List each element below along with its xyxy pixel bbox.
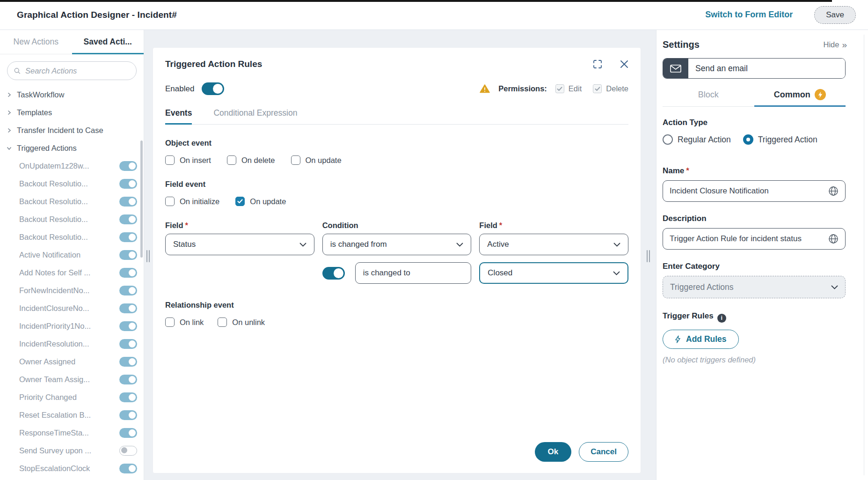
list-item[interactable]: Backout Resolutio... bbox=[7, 210, 137, 228]
ok-button[interactable]: Ok bbox=[535, 442, 572, 462]
tree-group-transfer-incident[interactable]: Transfer Incident to Case bbox=[7, 121, 137, 139]
action-toggle[interactable] bbox=[119, 375, 137, 384]
search-actions-box[interactable] bbox=[7, 61, 137, 80]
list-item[interactable]: Priority Changed bbox=[7, 388, 137, 406]
list-item[interactable]: Owner Team Assig... bbox=[7, 370, 137, 388]
field-event-section: Field event On initialize On update bbox=[165, 180, 628, 206]
list-item[interactable]: Owner Assigned bbox=[7, 353, 137, 370]
block-name-input[interactable] bbox=[688, 59, 845, 78]
chevron-down-icon bbox=[299, 243, 306, 247]
search-input[interactable] bbox=[25, 66, 130, 75]
globe-icon[interactable] bbox=[828, 186, 839, 196]
tab-saved-actions[interactable]: Saved Acti... bbox=[72, 30, 144, 54]
field-from-select[interactable]: Active bbox=[479, 234, 628, 255]
enabled-label: Enabled bbox=[165, 84, 194, 94]
description-label: Description bbox=[663, 214, 846, 223]
save-button[interactable]: Save bbox=[814, 6, 856, 24]
on-initialize-checkbox[interactable] bbox=[165, 197, 175, 206]
on-update-object-checkbox[interactable] bbox=[291, 155, 300, 165]
list-item[interactable]: Backout Resolutio... bbox=[7, 192, 137, 210]
action-toggle[interactable] bbox=[119, 303, 137, 313]
globe-icon[interactable] bbox=[828, 234, 839, 244]
list-item[interactable]: Active Notification bbox=[7, 246, 137, 264]
action-toggle[interactable] bbox=[119, 428, 137, 438]
action-toggle[interactable] bbox=[119, 161, 137, 171]
fullscreen-icon[interactable] bbox=[593, 59, 602, 69]
tab-new-actions[interactable]: New Actions bbox=[0, 30, 72, 54]
edit-permission-checkbox[interactable] bbox=[555, 84, 564, 93]
tab-events[interactable]: Events bbox=[165, 108, 192, 124]
on-update-field-checkbox[interactable] bbox=[235, 197, 245, 206]
action-toggle[interactable] bbox=[119, 286, 137, 295]
actions-tree: TaskWorkflow Templates Transfer Incident… bbox=[0, 85, 144, 477]
close-icon[interactable] bbox=[620, 60, 628, 68]
action-toggle[interactable] bbox=[119, 250, 137, 260]
list-item[interactable]: ForNewIncidentNo... bbox=[7, 281, 137, 299]
action-toggle[interactable] bbox=[119, 232, 137, 242]
name-input[interactable] bbox=[670, 186, 828, 196]
category-select[interactable]: Triggered Actions bbox=[663, 276, 846, 298]
list-item[interactable]: Backout Resolutio... bbox=[7, 228, 137, 246]
tree-group-taskworkflow[interactable]: TaskWorkflow bbox=[7, 86, 137, 103]
hide-settings-link[interactable]: Hide » bbox=[823, 40, 846, 49]
settings-panel: Settings Hide » Block Common Action Type bbox=[656, 30, 868, 480]
list-item[interactable]: IncidentResolution... bbox=[7, 335, 137, 353]
field-label: Field* bbox=[165, 221, 314, 230]
description-input[interactable] bbox=[670, 234, 828, 244]
switch-to-form-editor-link[interactable]: Switch to Form Editor bbox=[705, 10, 793, 20]
action-toggle[interactable] bbox=[119, 268, 137, 278]
action-toggle[interactable] bbox=[119, 392, 137, 402]
list-item[interactable]: OnUpdatem1z28w... bbox=[7, 157, 137, 175]
list-item[interactable]: IncidentPriority1No... bbox=[7, 317, 137, 335]
name-field bbox=[663, 180, 846, 202]
on-insert-checkbox[interactable] bbox=[165, 155, 175, 165]
action-toggle[interactable] bbox=[119, 446, 137, 456]
page-title: Graphical Action Designer - Incident# bbox=[17, 10, 177, 20]
action-toggle[interactable] bbox=[119, 321, 137, 331]
regular-action-radio[interactable] bbox=[663, 134, 673, 145]
actions-sidebar: New Actions Saved Acti... TaskWorkflow T… bbox=[0, 30, 144, 480]
action-toggle[interactable] bbox=[119, 197, 137, 207]
tab-block[interactable]: Block bbox=[663, 89, 754, 106]
list-item[interactable]: IncidentClosureNo... bbox=[7, 299, 137, 317]
resize-handle-left[interactable] bbox=[146, 250, 150, 262]
action-type-label: Action Type bbox=[663, 118, 846, 127]
condition2-box: is changed to bbox=[355, 262, 472, 284]
list-item[interactable]: Add Notes for Self ... bbox=[7, 264, 137, 281]
tree-group-triggered-actions[interactable]: Triggered Actions bbox=[7, 139, 137, 157]
action-toggle[interactable] bbox=[119, 464, 137, 473]
top-edge-bar bbox=[0, 0, 832, 2]
action-toggle[interactable] bbox=[119, 214, 137, 224]
action-toggle[interactable] bbox=[119, 339, 137, 349]
on-link-checkbox[interactable] bbox=[165, 318, 175, 327]
tab-common[interactable]: Common bbox=[754, 89, 846, 106]
resize-handle-right[interactable] bbox=[647, 250, 650, 262]
list-item[interactable]: StopEscalationClock bbox=[7, 459, 137, 477]
on-delete-checkbox[interactable] bbox=[227, 155, 236, 165]
on-unlink-checkbox[interactable] bbox=[218, 318, 227, 327]
chevron-right-icon bbox=[7, 128, 12, 133]
action-toggle[interactable] bbox=[119, 357, 137, 367]
double-chevron-right-icon: » bbox=[842, 40, 846, 49]
list-item[interactable]: Send Survey upon ... bbox=[7, 442, 137, 459]
delete-permission-checkbox[interactable] bbox=[593, 84, 602, 93]
enabled-toggle[interactable] bbox=[202, 82, 224, 95]
action-toggle[interactable] bbox=[119, 179, 137, 189]
action-toggle[interactable] bbox=[119, 410, 137, 420]
tree-group-templates[interactable]: Templates bbox=[7, 103, 137, 121]
tab-conditional-expression[interactable]: Conditional Expression bbox=[213, 108, 297, 124]
chevron-down-icon bbox=[456, 243, 463, 247]
top-bar: Graphical Action Designer - Incident# Sw… bbox=[0, 0, 868, 30]
list-item[interactable]: Reset Escalation B... bbox=[7, 406, 137, 424]
field-select[interactable]: Status bbox=[165, 234, 314, 255]
triggered-action-radio[interactable] bbox=[743, 134, 753, 145]
condition-select[interactable]: is changed from bbox=[322, 234, 472, 255]
changed-to-toggle[interactable] bbox=[322, 267, 345, 280]
add-rules-button[interactable]: Add Rules bbox=[663, 330, 739, 349]
field-to-select[interactable]: Closed bbox=[479, 262, 628, 284]
sidebar-scrollbar[interactable] bbox=[140, 140, 143, 258]
list-item[interactable]: ResponseTimeSta... bbox=[7, 424, 137, 442]
info-icon[interactable]: i bbox=[717, 314, 726, 323]
cancel-button[interactable]: Cancel bbox=[579, 442, 628, 462]
list-item[interactable]: Backout Resolutio... bbox=[7, 175, 137, 192]
